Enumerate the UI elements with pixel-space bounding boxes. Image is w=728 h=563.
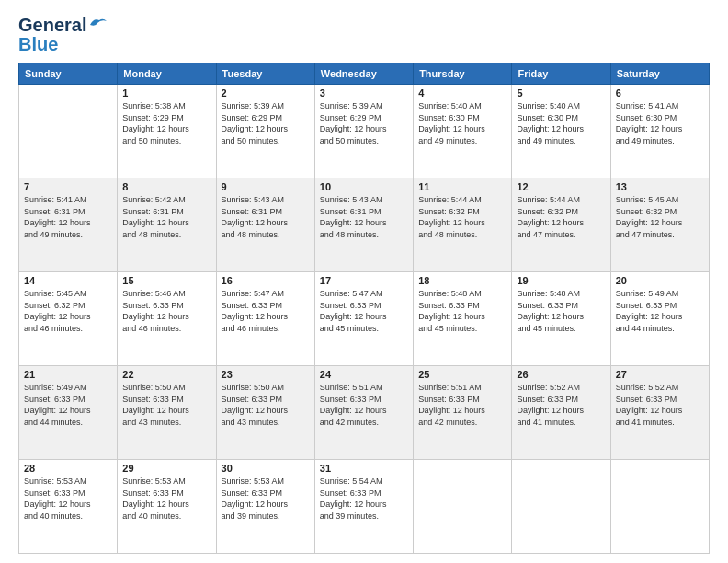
logo: General Blue	[18, 15, 108, 55]
calendar-cell: 21Sunrise: 5:49 AM Sunset: 6:33 PM Dayli…	[19, 366, 118, 460]
calendar-cell: 14Sunrise: 5:45 AM Sunset: 6:32 PM Dayli…	[19, 272, 118, 366]
weekday-header-monday: Monday	[118, 63, 216, 85]
calendar-week-row: 28Sunrise: 5:53 AM Sunset: 6:33 PM Dayli…	[19, 460, 710, 554]
day-number: 25	[418, 369, 506, 380]
day-info: Sunrise: 5:43 AM Sunset: 6:31 PM Dayligh…	[320, 194, 408, 240]
day-number: 5	[517, 87, 605, 98]
day-info: Sunrise: 5:45 AM Sunset: 6:32 PM Dayligh…	[24, 288, 112, 334]
day-info: Sunrise: 5:44 AM Sunset: 6:32 PM Dayligh…	[517, 194, 605, 240]
calendar-cell: 26Sunrise: 5:52 AM Sunset: 6:33 PM Dayli…	[512, 366, 610, 460]
day-number: 7	[24, 181, 112, 192]
day-number: 19	[517, 275, 605, 286]
weekday-header-row: SundayMondayTuesdayWednesdayThursdayFrid…	[19, 63, 710, 85]
day-number: 2	[222, 87, 310, 98]
calendar-cell: 22Sunrise: 5:50 AM Sunset: 6:33 PM Dayli…	[118, 366, 216, 460]
day-number: 14	[24, 275, 112, 286]
weekday-header-wednesday: Wednesday	[314, 63, 413, 85]
day-number: 8	[122, 181, 210, 192]
day-info: Sunrise: 5:41 AM Sunset: 6:30 PM Dayligh…	[616, 100, 704, 146]
calendar-cell: 3Sunrise: 5:39 AM Sunset: 6:29 PM Daylig…	[314, 85, 413, 178]
calendar-cell: 9Sunrise: 5:43 AM Sunset: 6:31 PM Daylig…	[216, 178, 314, 272]
calendar-cell: 17Sunrise: 5:47 AM Sunset: 6:33 PM Dayli…	[314, 272, 413, 366]
calendar-cell: 5Sunrise: 5:40 AM Sunset: 6:30 PM Daylig…	[512, 85, 610, 178]
day-info: Sunrise: 5:48 AM Sunset: 6:33 PM Dayligh…	[418, 288, 506, 334]
day-number: 30	[222, 463, 310, 474]
weekday-header-friday: Friday	[512, 63, 610, 85]
day-info: Sunrise: 5:45 AM Sunset: 6:32 PM Dayligh…	[616, 194, 704, 240]
page-header: General Blue	[18, 15, 710, 55]
day-info: Sunrise: 5:40 AM Sunset: 6:30 PM Dayligh…	[418, 100, 506, 146]
calendar-cell: 24Sunrise: 5:51 AM Sunset: 6:33 PM Dayli…	[314, 366, 413, 460]
day-info: Sunrise: 5:39 AM Sunset: 6:29 PM Dayligh…	[222, 100, 310, 146]
day-number: 20	[616, 275, 704, 286]
calendar-cell: 19Sunrise: 5:48 AM Sunset: 6:33 PM Dayli…	[512, 272, 610, 366]
calendar-week-row: 7Sunrise: 5:41 AM Sunset: 6:31 PM Daylig…	[19, 178, 710, 272]
day-number: 16	[222, 275, 310, 286]
day-info: Sunrise: 5:47 AM Sunset: 6:33 PM Dayligh…	[222, 288, 310, 334]
calendar-week-row: 14Sunrise: 5:45 AM Sunset: 6:32 PM Dayli…	[19, 272, 710, 366]
weekday-header-thursday: Thursday	[414, 63, 512, 85]
day-number: 10	[320, 181, 408, 192]
calendar-cell: 2Sunrise: 5:39 AM Sunset: 6:29 PM Daylig…	[216, 85, 314, 178]
calendar-cell	[512, 460, 610, 554]
weekday-header-tuesday: Tuesday	[216, 63, 314, 85]
calendar-cell: 31Sunrise: 5:54 AM Sunset: 6:33 PM Dayli…	[314, 460, 413, 554]
day-info: Sunrise: 5:50 AM Sunset: 6:33 PM Dayligh…	[122, 382, 210, 428]
day-info: Sunrise: 5:50 AM Sunset: 6:33 PM Dayligh…	[222, 382, 310, 428]
calendar-cell: 20Sunrise: 5:49 AM Sunset: 6:33 PM Dayli…	[610, 272, 709, 366]
day-info: Sunrise: 5:53 AM Sunset: 6:33 PM Dayligh…	[222, 476, 310, 522]
calendar-cell: 27Sunrise: 5:52 AM Sunset: 6:33 PM Dayli…	[610, 366, 709, 460]
calendar-cell: 25Sunrise: 5:51 AM Sunset: 6:33 PM Dayli…	[414, 366, 512, 460]
day-number: 21	[24, 369, 112, 380]
day-info: Sunrise: 5:52 AM Sunset: 6:33 PM Dayligh…	[616, 382, 704, 428]
logo-blue: Blue	[18, 34, 58, 55]
day-info: Sunrise: 5:52 AM Sunset: 6:33 PM Dayligh…	[517, 382, 605, 428]
day-number: 27	[616, 369, 704, 380]
day-number: 26	[517, 369, 605, 380]
calendar-cell: 12Sunrise: 5:44 AM Sunset: 6:32 PM Dayli…	[512, 178, 610, 272]
calendar-cell: 15Sunrise: 5:46 AM Sunset: 6:33 PM Dayli…	[118, 272, 216, 366]
day-number: 12	[517, 181, 605, 192]
calendar-cell: 28Sunrise: 5:53 AM Sunset: 6:33 PM Dayli…	[19, 460, 118, 554]
day-info: Sunrise: 5:39 AM Sunset: 6:29 PM Dayligh…	[320, 100, 408, 146]
day-number: 4	[418, 87, 506, 98]
day-info: Sunrise: 5:49 AM Sunset: 6:33 PM Dayligh…	[616, 288, 704, 334]
day-info: Sunrise: 5:41 AM Sunset: 6:31 PM Dayligh…	[24, 194, 112, 240]
day-info: Sunrise: 5:42 AM Sunset: 6:31 PM Dayligh…	[122, 194, 210, 240]
calendar-cell: 29Sunrise: 5:53 AM Sunset: 6:33 PM Dayli…	[118, 460, 216, 554]
day-info: Sunrise: 5:51 AM Sunset: 6:33 PM Dayligh…	[418, 382, 506, 428]
day-info: Sunrise: 5:40 AM Sunset: 6:30 PM Dayligh…	[517, 100, 605, 146]
day-number: 6	[616, 87, 704, 98]
day-info: Sunrise: 5:51 AM Sunset: 6:33 PM Dayligh…	[320, 382, 408, 428]
calendar-cell: 18Sunrise: 5:48 AM Sunset: 6:33 PM Dayli…	[414, 272, 512, 366]
day-number: 23	[222, 369, 310, 380]
day-info: Sunrise: 5:48 AM Sunset: 6:33 PM Dayligh…	[517, 288, 605, 334]
day-number: 29	[122, 463, 210, 474]
day-number: 22	[122, 369, 210, 380]
calendar-cell: 10Sunrise: 5:43 AM Sunset: 6:31 PM Dayli…	[314, 178, 413, 272]
day-number: 9	[222, 181, 310, 192]
day-number: 31	[320, 463, 408, 474]
calendar-cell	[414, 460, 512, 554]
day-info: Sunrise: 5:49 AM Sunset: 6:33 PM Dayligh…	[24, 382, 112, 428]
calendar-cell: 30Sunrise: 5:53 AM Sunset: 6:33 PM Dayli…	[216, 460, 314, 554]
day-info: Sunrise: 5:46 AM Sunset: 6:33 PM Dayligh…	[122, 288, 210, 334]
day-info: Sunrise: 5:38 AM Sunset: 6:29 PM Dayligh…	[122, 100, 210, 146]
day-number: 3	[320, 87, 408, 98]
calendar-cell: 1Sunrise: 5:38 AM Sunset: 6:29 PM Daylig…	[118, 85, 216, 178]
calendar-week-row: 1Sunrise: 5:38 AM Sunset: 6:29 PM Daylig…	[19, 85, 710, 178]
day-info: Sunrise: 5:53 AM Sunset: 6:33 PM Dayligh…	[122, 476, 210, 522]
calendar-cell: 4Sunrise: 5:40 AM Sunset: 6:30 PM Daylig…	[414, 85, 512, 178]
day-number: 1	[122, 87, 210, 98]
calendar-cell	[19, 85, 118, 178]
day-info: Sunrise: 5:47 AM Sunset: 6:33 PM Dayligh…	[320, 288, 408, 334]
weekday-header-saturday: Saturday	[610, 63, 709, 85]
calendar-cell: 6Sunrise: 5:41 AM Sunset: 6:30 PM Daylig…	[610, 85, 709, 178]
logo-bird-icon	[88, 16, 108, 32]
calendar-cell: 13Sunrise: 5:45 AM Sunset: 6:32 PM Dayli…	[610, 178, 709, 272]
day-number: 11	[418, 181, 506, 192]
calendar-cell: 23Sunrise: 5:50 AM Sunset: 6:33 PM Dayli…	[216, 366, 314, 460]
calendar-week-row: 21Sunrise: 5:49 AM Sunset: 6:33 PM Dayli…	[19, 366, 710, 460]
day-number: 13	[616, 181, 704, 192]
day-info: Sunrise: 5:54 AM Sunset: 6:33 PM Dayligh…	[320, 476, 408, 522]
